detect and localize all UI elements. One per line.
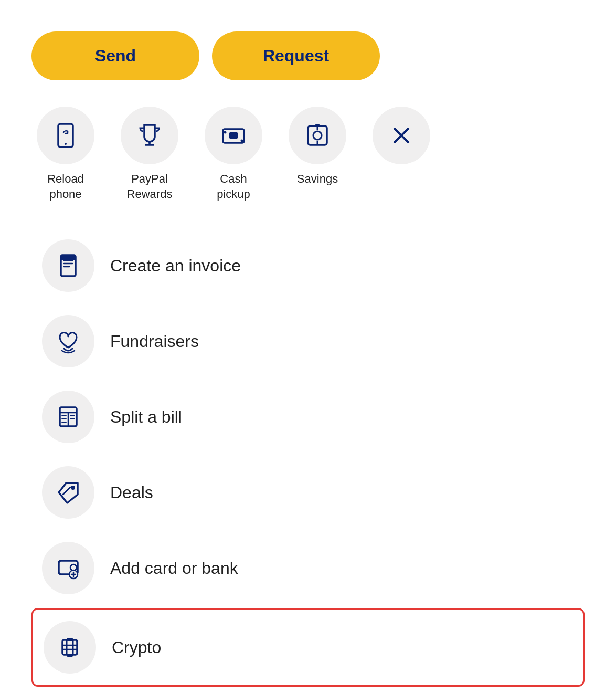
fundraisers-icon-circle <box>42 315 94 368</box>
reload-phone-label: Reloadphone <box>47 172 84 202</box>
add-card-bank-icon <box>56 555 81 581</box>
menu-list: Create an invoice Fundraisers <box>31 228 585 689</box>
svg-rect-18 <box>61 255 76 260</box>
create-invoice-label: Create an invoice <box>110 256 241 276</box>
fundraisers-label: Fundraisers <box>110 332 199 351</box>
invoice-icon-circle <box>42 239 94 292</box>
menu-item-split-bill[interactable]: Split a bill <box>31 379 585 455</box>
svg-point-5 <box>224 131 227 134</box>
svg-point-6 <box>241 140 243 142</box>
svg-rect-36 <box>62 640 77 655</box>
menu-item-deals[interactable]: Deals <box>31 455 585 530</box>
crypto-icon-circle <box>44 621 96 674</box>
svg-rect-4 <box>229 132 238 139</box>
fundraisers-icon <box>56 329 81 354</box>
svg-point-27 <box>71 486 75 490</box>
savings-icon-circle <box>289 107 346 164</box>
quick-action-close[interactable] <box>367 107 436 164</box>
close-icon <box>389 123 413 148</box>
quick-action-cash-pickup[interactable]: Cashpickup <box>199 107 268 202</box>
split-bill-icon <box>56 404 81 429</box>
request-button[interactable]: Request <box>212 32 380 80</box>
cash-pickup-icon <box>220 122 247 149</box>
savings-icon <box>304 122 331 149</box>
quick-action-reload-phone[interactable]: Reloadphone <box>31 107 100 202</box>
svg-line-28 <box>63 487 70 495</box>
menu-item-crypto[interactable]: Crypto <box>31 608 585 687</box>
quick-action-savings[interactable]: Savings <box>283 107 352 187</box>
savings-label: Savings <box>297 172 338 187</box>
paypal-rewards-icon-circle <box>121 107 178 164</box>
cash-pickup-icon-circle <box>205 107 262 164</box>
cash-pickup-label: Cashpickup <box>217 172 250 202</box>
split-bill-icon-circle <box>42 391 94 443</box>
menu-item-add-card-bank[interactable]: Add card or bank <box>31 530 585 606</box>
paypal-rewards-label: PayPalRewards <box>127 172 173 202</box>
top-buttons: Send Request <box>31 32 585 80</box>
svg-rect-11 <box>315 124 320 127</box>
deals-label: Deals <box>110 483 153 502</box>
reload-phone-icon <box>52 122 79 149</box>
quick-actions-row: Reloadphone PayPalRewards Cashpickup <box>31 107 585 202</box>
send-button[interactable]: Send <box>31 32 199 80</box>
close-icon-circle <box>373 107 430 164</box>
deals-icon-circle <box>42 466 94 519</box>
svg-point-8 <box>313 131 322 140</box>
menu-item-create-invoice[interactable]: Create an invoice <box>31 228 585 303</box>
reload-phone-icon-circle <box>37 107 94 164</box>
trophy-icon <box>136 122 163 149</box>
add-card-bank-label: Add card or bank <box>110 559 238 578</box>
deals-icon <box>56 480 81 505</box>
quick-action-paypal-rewards[interactable]: PayPalRewards <box>115 107 184 202</box>
crypto-icon <box>57 635 82 660</box>
menu-item-fundraisers[interactable]: Fundraisers <box>31 303 585 379</box>
split-bill-label: Split a bill <box>110 407 182 427</box>
invoice-icon <box>56 253 81 278</box>
add-card-icon-circle <box>42 542 94 594</box>
crypto-label: Crypto <box>112 638 161 657</box>
